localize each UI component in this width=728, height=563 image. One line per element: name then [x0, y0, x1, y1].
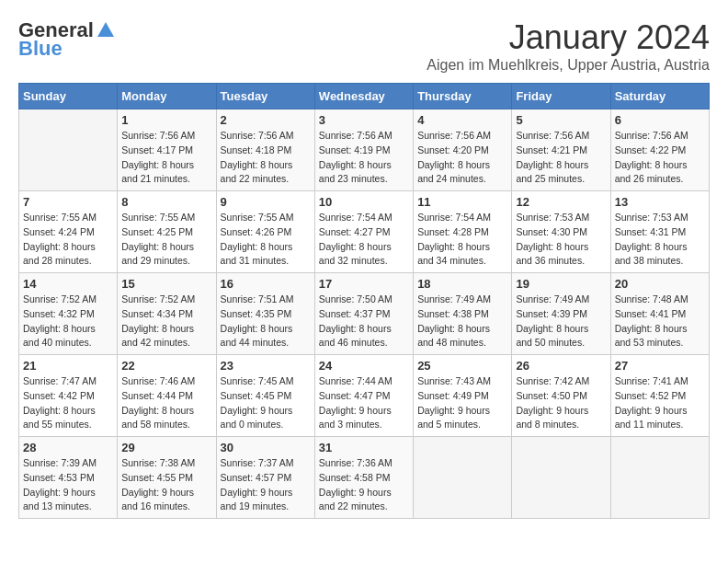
- sunrise-text: Sunrise: 7:55 AM: [23, 211, 113, 225]
- calendar-cell: 5Sunrise: 7:56 AMSunset: 4:21 PMDaylight…: [512, 109, 610, 191]
- calendar-cell: 26Sunrise: 7:42 AMSunset: 4:50 PMDayligh…: [512, 355, 610, 437]
- sunrise-text: Sunrise: 7:36 AM: [319, 456, 409, 471]
- weekday-header-monday: Monday: [118, 84, 216, 109]
- day-info: Sunrise: 7:53 AMSunset: 4:30 PMDaylight:…: [516, 211, 606, 269]
- week-row-5: 28Sunrise: 7:39 AMSunset: 4:53 PMDayligh…: [19, 437, 710, 519]
- sunset-text: Sunset: 4:55 PM: [121, 471, 211, 486]
- daylight-text: Daylight: 8 hours and 42 minutes.: [121, 322, 211, 351]
- sunset-text: Sunset: 4:27 PM: [319, 225, 409, 240]
- weekday-header-thursday: Thursday: [414, 84, 512, 109]
- day-info: Sunrise: 7:49 AMSunset: 4:39 PMDaylight:…: [516, 293, 606, 350]
- day-number: 2: [221, 113, 311, 127]
- sunset-text: Sunset: 4:28 PM: [417, 225, 507, 240]
- day-number: 25: [417, 359, 507, 373]
- sunrise-text: Sunrise: 7:56 AM: [121, 129, 211, 144]
- day-number: 1: [121, 113, 211, 127]
- sunrise-text: Sunrise: 7:42 AM: [516, 374, 606, 389]
- calendar-cell: 29Sunrise: 7:38 AMSunset: 4:55 PMDayligh…: [118, 437, 216, 519]
- calendar-cell: 18Sunrise: 7:49 AMSunset: 4:38 PMDayligh…: [414, 273, 512, 355]
- sunrise-text: Sunrise: 7:45 AM: [221, 374, 311, 389]
- sunset-text: Sunset: 4:21 PM: [516, 144, 606, 158]
- month-title: January 2024: [427, 18, 710, 57]
- calendar-cell: 23Sunrise: 7:45 AMSunset: 4:45 PMDayligh…: [216, 355, 314, 437]
- day-number: 6: [615, 113, 705, 127]
- day-info: Sunrise: 7:56 AMSunset: 4:20 PMDaylight:…: [417, 129, 507, 187]
- calendar-cell: [512, 437, 610, 519]
- day-info: Sunrise: 7:47 AMSunset: 4:42 PMDaylight:…: [23, 374, 113, 432]
- sunrise-text: Sunrise: 7:55 AM: [221, 211, 311, 225]
- calendar-cell: 12Sunrise: 7:53 AMSunset: 4:30 PMDayligh…: [512, 191, 610, 273]
- sunset-text: Sunset: 4:35 PM: [221, 307, 311, 322]
- day-number: 12: [516, 195, 606, 209]
- daylight-text: Daylight: 9 hours and 13 minutes.: [23, 486, 113, 515]
- svg-marker-0: [97, 22, 114, 37]
- day-info: Sunrise: 7:55 AMSunset: 4:25 PMDaylight:…: [121, 211, 211, 269]
- sunrise-text: Sunrise: 7:54 AM: [417, 211, 507, 225]
- sunset-text: Sunset: 4:32 PM: [23, 307, 113, 322]
- daylight-text: Daylight: 8 hours and 31 minutes.: [221, 240, 311, 270]
- day-info: Sunrise: 7:41 AMSunset: 4:52 PMDaylight:…: [615, 374, 705, 432]
- daylight-text: Daylight: 8 hours and 48 minutes.: [417, 322, 507, 351]
- daylight-text: Daylight: 8 hours and 34 minutes.: [417, 240, 507, 270]
- day-number: 5: [516, 113, 606, 127]
- weekday-header-friday: Friday: [512, 84, 610, 109]
- calendar-cell: 8Sunrise: 7:55 AMSunset: 4:25 PMDaylight…: [118, 191, 216, 273]
- daylight-text: Daylight: 9 hours and 22 minutes.: [319, 486, 409, 515]
- sunset-text: Sunset: 4:20 PM: [417, 144, 507, 158]
- day-number: 16: [221, 277, 311, 291]
- sunrise-text: Sunrise: 7:56 AM: [221, 129, 311, 144]
- sunrise-text: Sunrise: 7:38 AM: [121, 456, 211, 471]
- sunrise-text: Sunrise: 7:37 AM: [221, 456, 311, 471]
- day-number: 26: [516, 359, 606, 373]
- sunrise-text: Sunrise: 7:53 AM: [615, 211, 705, 225]
- calendar-cell: 4Sunrise: 7:56 AMSunset: 4:20 PMDaylight…: [414, 109, 512, 191]
- daylight-text: Daylight: 8 hours and 53 minutes.: [615, 322, 705, 351]
- sunrise-text: Sunrise: 7:56 AM: [615, 129, 705, 144]
- day-number: 17: [319, 277, 409, 291]
- day-number: 14: [23, 277, 113, 291]
- sunrise-text: Sunrise: 7:50 AM: [319, 293, 409, 307]
- day-info: Sunrise: 7:44 AMSunset: 4:47 PMDaylight:…: [319, 374, 409, 432]
- daylight-text: Daylight: 9 hours and 16 minutes.: [121, 486, 211, 515]
- daylight-text: Daylight: 8 hours and 21 minutes.: [121, 158, 211, 188]
- weekday-header-wednesday: Wednesday: [314, 84, 413, 109]
- daylight-text: Daylight: 8 hours and 36 minutes.: [516, 240, 606, 270]
- sunset-text: Sunset: 4:47 PM: [319, 389, 409, 404]
- day-number: 31: [319, 441, 409, 454]
- sunset-text: Sunset: 4:42 PM: [23, 389, 113, 404]
- week-row-2: 7Sunrise: 7:55 AMSunset: 4:24 PMDaylight…: [19, 191, 710, 273]
- calendar-cell: 27Sunrise: 7:41 AMSunset: 4:52 PMDayligh…: [610, 355, 709, 437]
- calendar-cell: 14Sunrise: 7:52 AMSunset: 4:32 PMDayligh…: [19, 273, 118, 355]
- sunset-text: Sunset: 4:41 PM: [615, 307, 705, 322]
- sunset-text: Sunset: 4:49 PM: [417, 389, 507, 404]
- location-title: Aigen im Muehlkreis, Upper Austria, Aust…: [427, 57, 710, 74]
- sunset-text: Sunset: 4:39 PM: [516, 307, 606, 322]
- sunset-text: Sunset: 4:26 PM: [221, 225, 311, 240]
- sunrise-text: Sunrise: 7:51 AM: [221, 293, 311, 307]
- calendar-cell: 15Sunrise: 7:52 AMSunset: 4:34 PMDayligh…: [118, 273, 216, 355]
- daylight-text: Daylight: 8 hours and 40 minutes.: [23, 322, 113, 351]
- sunrise-text: Sunrise: 7:44 AM: [319, 374, 409, 389]
- sunset-text: Sunset: 4:38 PM: [417, 307, 507, 322]
- daylight-text: Daylight: 9 hours and 8 minutes.: [516, 404, 606, 433]
- daylight-text: Daylight: 8 hours and 26 minutes.: [615, 158, 705, 188]
- daylight-text: Daylight: 8 hours and 46 minutes.: [319, 322, 409, 351]
- day-info: Sunrise: 7:55 AMSunset: 4:26 PMDaylight:…: [221, 211, 311, 269]
- calendar-cell: 16Sunrise: 7:51 AMSunset: 4:35 PMDayligh…: [216, 273, 314, 355]
- calendar-cell: 1Sunrise: 7:56 AMSunset: 4:17 PMDaylight…: [118, 109, 216, 191]
- calendar-cell: 20Sunrise: 7:48 AMSunset: 4:41 PMDayligh…: [610, 273, 709, 355]
- day-number: 27: [615, 359, 705, 373]
- day-info: Sunrise: 7:51 AMSunset: 4:35 PMDaylight:…: [221, 293, 311, 350]
- day-info: Sunrise: 7:56 AMSunset: 4:22 PMDaylight:…: [615, 129, 705, 187]
- sunset-text: Sunset: 4:44 PM: [121, 389, 211, 404]
- day-info: Sunrise: 7:56 AMSunset: 4:21 PMDaylight:…: [516, 129, 606, 187]
- daylight-text: Daylight: 8 hours and 44 minutes.: [221, 322, 311, 351]
- day-number: 18: [417, 277, 507, 291]
- daylight-text: Daylight: 9 hours and 0 minutes.: [221, 404, 311, 433]
- calendar-cell: 31Sunrise: 7:36 AMSunset: 4:58 PMDayligh…: [314, 437, 413, 519]
- daylight-text: Daylight: 8 hours and 50 minutes.: [516, 322, 606, 351]
- weekday-header-tuesday: Tuesday: [216, 84, 314, 109]
- daylight-text: Daylight: 8 hours and 22 minutes.: [221, 158, 311, 188]
- sunset-text: Sunset: 4:22 PM: [615, 144, 705, 158]
- sunrise-text: Sunrise: 7:52 AM: [121, 293, 211, 307]
